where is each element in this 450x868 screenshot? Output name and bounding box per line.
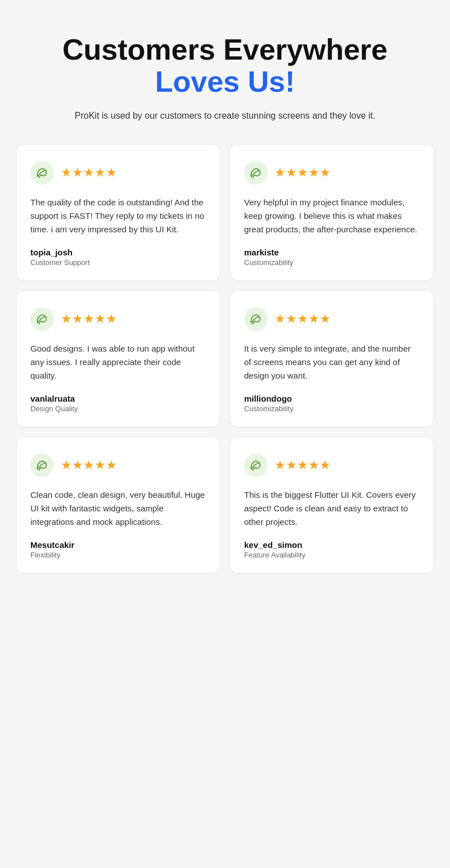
review-text: This is the biggest Flutter UI Kit. Cove… <box>244 488 420 529</box>
stars-container: ★★★★★ <box>274 459 331 471</box>
review-card: ★★★★★ Good designs. I was able to run ap… <box>17 291 219 426</box>
reviewer-info: Mesutcakir Flexibility <box>30 540 206 559</box>
star-display: ★★★★★ <box>274 313 331 325</box>
hero-section: Customers Everywhere Loves Us! ProKit is… <box>17 34 433 123</box>
star-display: ★★★★★ <box>274 167 331 179</box>
reviewer-info: topia_josh Customer Support <box>30 248 206 267</box>
stars-container: ★★★★★ <box>61 459 117 471</box>
leaf-svg <box>250 313 262 325</box>
review-text: Good designs. I was able to run app with… <box>30 342 206 383</box>
reviewer-category: Design Quality <box>30 404 206 413</box>
leaf-icon <box>30 307 54 331</box>
reviewer-name: markiste <box>244 248 420 257</box>
card-header: ★★★★★ <box>244 161 420 185</box>
leaf-svg <box>36 313 48 325</box>
review-card: ★★★★★ The quality of the code is outstan… <box>17 145 219 280</box>
hero-title-black: Customers Everywhere <box>17 34 433 66</box>
review-card: ★★★★★ This is the biggest Flutter UI Kit… <box>231 438 433 573</box>
card-header: ★★★★★ <box>30 307 206 331</box>
reviewer-category: Customer Support <box>30 258 206 267</box>
card-header: ★★★★★ <box>244 453 420 477</box>
card-header: ★★★★★ <box>30 161 206 185</box>
leaf-svg <box>250 459 262 471</box>
review-text: Clean code, clean design, very beautiful… <box>30 488 206 529</box>
reviewer-info: markiste Customizability <box>244 248 420 267</box>
reviewer-info: kev_ed_simon Feature Availability <box>244 540 420 559</box>
stars-container: ★★★★★ <box>61 167 117 179</box>
card-header: ★★★★★ <box>30 453 206 477</box>
review-card: ★★★★★ Very helpful in my project finance… <box>231 145 433 280</box>
reviewer-info: vanlalruata Design Quality <box>30 394 206 413</box>
reviewer-name: topia_josh <box>30 248 206 257</box>
reviewer-category: Customizability <box>244 258 420 267</box>
stars-container: ★★★★★ <box>274 313 331 325</box>
reviewer-name: vanlalruata <box>30 394 206 403</box>
leaf-svg <box>36 459 48 471</box>
reviewer-category: Flexibility <box>30 551 206 559</box>
leaf-icon <box>244 453 268 477</box>
hero-title-blue: Loves Us! <box>17 66 433 98</box>
star-display: ★★★★★ <box>61 459 117 471</box>
leaf-svg <box>250 167 262 179</box>
review-text: The quality of the code is outstanding! … <box>30 196 206 236</box>
review-text: Very helpful in my project finance modul… <box>244 196 420 236</box>
review-card: ★★★★★ It is very simple to integrate, an… <box>231 291 433 426</box>
reviewer-name: milliondogo <box>244 394 420 403</box>
star-display: ★★★★★ <box>274 459 331 471</box>
leaf-icon <box>244 307 268 331</box>
leaf-icon <box>244 161 268 185</box>
leaf-svg <box>36 167 48 179</box>
reviewer-category: Customizability <box>244 404 420 413</box>
star-display: ★★★★★ <box>61 167 117 179</box>
stars-container: ★★★★★ <box>274 167 331 179</box>
stars-container: ★★★★★ <box>61 313 117 325</box>
card-header: ★★★★★ <box>244 307 420 331</box>
star-display: ★★★★★ <box>61 313 117 325</box>
leaf-icon <box>30 453 54 477</box>
reviews-grid: ★★★★★ The quality of the code is outstan… <box>17 145 433 573</box>
review-card: ★★★★★ Clean code, clean design, very bea… <box>17 438 219 573</box>
reviewer-info: milliondogo Customizability <box>244 394 420 413</box>
reviewer-category: Feature Availability <box>244 551 420 559</box>
reviewer-name: Mesutcakir <box>30 540 206 550</box>
leaf-icon <box>30 161 54 185</box>
reviewer-name: kev_ed_simon <box>244 540 420 550</box>
review-text: It is very simple to integrate, and the … <box>244 342 420 383</box>
hero-subtitle: ProKit is used by our customers to creat… <box>56 109 394 123</box>
